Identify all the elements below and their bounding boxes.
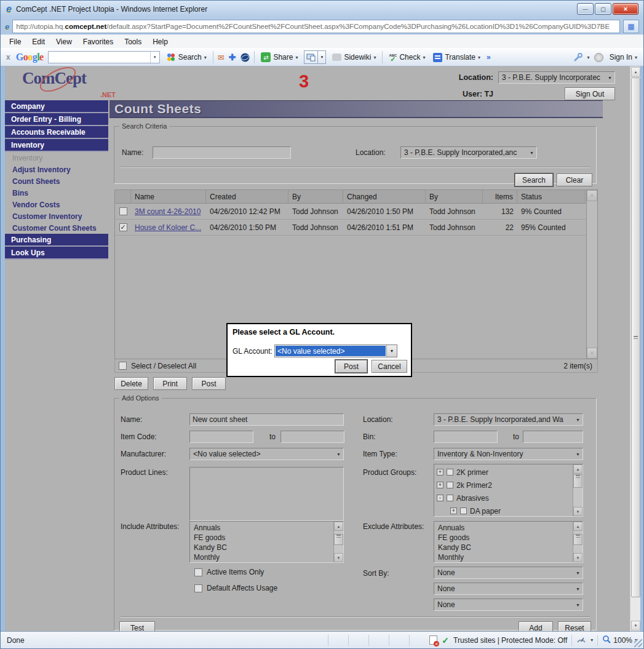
scrollbar-thumb[interactable]: [334, 534, 343, 545]
maximize-button[interactable]: ▢: [595, 3, 611, 15]
column-header-created-by[interactable]: By: [288, 190, 343, 203]
tree-checkbox[interactable]: [447, 495, 453, 501]
list-item[interactable]: Monthly: [194, 552, 331, 562]
gauge-menu-arrow-icon[interactable]: ▾: [590, 637, 593, 643]
column-header-name[interactable]: Name: [131, 190, 206, 203]
toolbar-search-button[interactable]: Search ▾: [164, 51, 209, 63]
news-clips-icon[interactable]: ✉: [218, 53, 225, 62]
table-scrollbar[interactable]: ˄ ˅: [586, 190, 597, 359]
zoom-control[interactable]: 100% ▾: [602, 635, 637, 645]
close-button[interactable]: ✕: [613, 3, 638, 15]
sidebar-section-company[interactable]: Company: [5, 100, 108, 113]
tree-expander-icon[interactable]: +: [437, 469, 443, 476]
toolbar-close-icon[interactable]: x: [5, 53, 12, 62]
translate-button[interactable]: Translate ▾: [431, 52, 482, 63]
test-button[interactable]: Test: [119, 621, 155, 631]
scrollbar-thumb[interactable]: [573, 534, 582, 545]
sidebar-item-count-sheets[interactable]: Count Sheets: [5, 175, 108, 187]
reset-button[interactable]: Reset: [558, 621, 591, 631]
count-sheet-link[interactable]: 3M count 4-26-2010: [135, 207, 201, 216]
product-lines-listbox[interactable]: [189, 467, 344, 521]
search-history-dropdown[interactable]: ▼: [150, 52, 159, 63]
sort-by-select-2[interactable]: None ▼: [434, 583, 583, 595]
send-to-arrow-icon[interactable]: ▼: [317, 51, 325, 63]
print-button[interactable]: Print: [153, 377, 187, 390]
column-header-created[interactable]: Created: [206, 190, 288, 203]
smartscreen-gauge-icon[interactable]: [576, 635, 586, 645]
exclude-attributes-listbox[interactable]: Annuals FE goods Kandy BC Monthly ▲ ▼: [434, 521, 583, 563]
sidewiki-button[interactable]: Sidewiki ▾: [330, 52, 378, 63]
sort-by-select-3[interactable]: None ▼: [434, 599, 583, 611]
resize-grip[interactable]: [634, 639, 642, 647]
tree-checkbox[interactable]: [447, 482, 453, 488]
count-sheet-link[interactable]: House of Koloer C...: [135, 223, 201, 232]
scroll-down-icon[interactable]: ▼: [573, 553, 582, 562]
list-item[interactable]: Annuals: [438, 523, 570, 533]
tree-node-label[interactable]: 2k Primer2: [456, 480, 492, 490]
scroll-up-icon[interactable]: ▲: [573, 522, 582, 531]
list-item[interactable]: FE goods: [438, 533, 570, 543]
scrollbar-thumb[interactable]: [573, 474, 582, 488]
wrench-settings-icon[interactable]: [573, 52, 583, 62]
sidebar-item-customer-inventory[interactable]: Customer Inventory: [5, 210, 108, 222]
sidebar-item-vendor-costs[interactable]: Vendor Costs: [5, 199, 108, 210]
scroll-up-icon[interactable]: ▲: [631, 67, 640, 77]
tree-scrollbar[interactable]: ▲ ▼: [573, 464, 582, 516]
tree-node-label[interactable]: DA paper: [470, 506, 501, 516]
sidebar-item-adjust-inventory[interactable]: Adjust Inventory: [5, 164, 108, 175]
sidebar-section-order-entry-billing[interactable]: Order Entry - Billing: [5, 113, 108, 126]
url-input[interactable]: http://utopia.hq.comcept.net/default.asp…: [12, 20, 620, 33]
sign-out-button[interactable]: Sign Out: [565, 87, 615, 100]
search-name-input[interactable]: [153, 146, 291, 159]
listbox-scrollbar[interactable]: ▲ ▼: [573, 522, 582, 562]
share-button[interactable]: ⇄ Share ▾: [259, 51, 300, 63]
google-earth-icon[interactable]: [240, 52, 250, 62]
bin-to-input[interactable]: [523, 431, 583, 443]
scroll-down-icon[interactable]: ▼: [573, 507, 582, 516]
tree-checkbox[interactable]: [447, 469, 453, 476]
dialog-post-button[interactable]: Post: [335, 360, 367, 373]
list-item[interactable]: Kandy BC: [438, 543, 570, 552]
spellcheck-button[interactable]: ABC✓ Check ▾: [387, 52, 427, 63]
active-items-checkbox[interactable]: [194, 568, 202, 576]
toolbar-overflow-chevron[interactable]: »: [487, 53, 491, 62]
header-location-select[interactable]: 3 - P.B.E. Supply Incorporatec ▼: [498, 71, 615, 84]
sidebar-section-inventory[interactable]: Inventory: [5, 139, 108, 152]
menu-edit[interactable]: Edit: [26, 36, 50, 47]
manufacturer-select[interactable]: <No value selected> ▼: [189, 448, 344, 460]
add-gadget-icon[interactable]: ✚: [229, 52, 236, 62]
browser-scrollbar[interactable]: ▲ ▼: [630, 66, 640, 631]
select-all-checkbox[interactable]: [119, 362, 127, 370]
list-item[interactable]: Annuals: [194, 523, 331, 533]
column-header-items[interactable]: Items: [483, 190, 517, 203]
send-to-split-button[interactable]: ▼: [304, 50, 326, 64]
dialog-cancel-button[interactable]: Cancel: [372, 360, 407, 373]
tree-checkbox[interactable]: [460, 508, 467, 514]
scroll-down-icon[interactable]: ▼: [334, 553, 343, 562]
menu-view[interactable]: View: [50, 36, 78, 47]
search-location-select[interactable]: 3 - P.B.E. Supply Incorporated,anc ▼: [400, 146, 537, 159]
sort-by-select-1[interactable]: None ▼: [434, 567, 583, 579]
column-header-changed[interactable]: Changed: [343, 190, 426, 203]
scrollbar-thumb[interactable]: [631, 78, 640, 597]
add-button[interactable]: Add: [519, 621, 553, 631]
menu-favorites[interactable]: Favorites: [78, 36, 119, 47]
scroll-down-icon[interactable]: ˅: [587, 348, 597, 359]
search-button[interactable]: Search: [515, 173, 553, 186]
delete-button[interactable]: Delete: [114, 377, 148, 390]
tree-expander-icon[interactable]: +: [437, 482, 443, 488]
sidebar-item-bins[interactable]: Bins: [5, 187, 108, 199]
menu-file[interactable]: File: [4, 36, 26, 47]
list-item[interactable]: FE goods: [194, 533, 331, 543]
page-error-icon[interactable]: [429, 635, 437, 645]
tree-node-label[interactable]: 2K primer: [456, 468, 488, 477]
toolbar-search-input[interactable]: [49, 52, 150, 62]
sidebar-item-inventory[interactable]: Inventory: [5, 152, 108, 164]
sidebar-section-accounts-receivable[interactable]: Accounts Receivable: [5, 126, 108, 139]
sign-in-button[interactable]: Sign In ▾: [608, 52, 639, 63]
tree-expander-icon[interactable]: -: [437, 495, 443, 501]
column-header-changed-by[interactable]: By: [426, 190, 483, 203]
row-checkbox[interactable]: ✓: [119, 223, 127, 231]
listbox-scrollbar[interactable]: ▲ ▼: [333, 522, 343, 562]
include-attributes-listbox[interactable]: Annuals FE goods Kandy BC Monthly ▲ ▼: [189, 521, 344, 563]
